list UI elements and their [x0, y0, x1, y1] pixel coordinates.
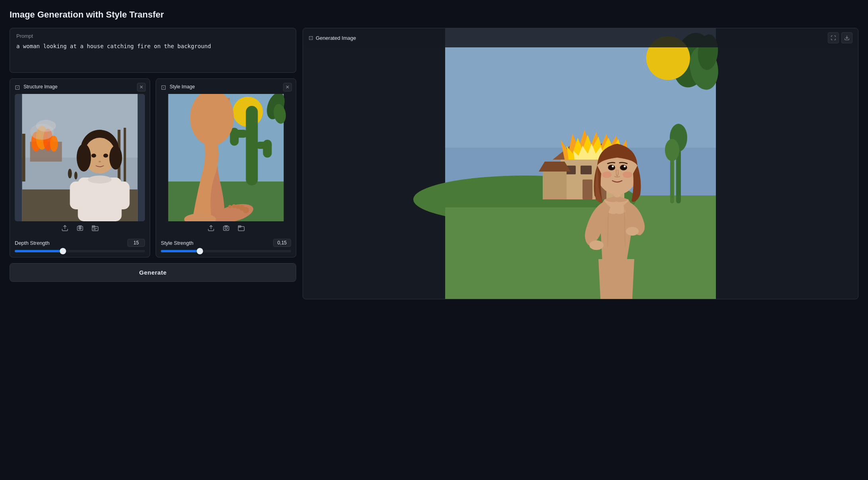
svg-point-51 [225, 227, 227, 229]
svg-point-18 [109, 146, 122, 170]
svg-point-11 [36, 120, 56, 132]
svg-rect-79 [543, 172, 567, 199]
expand-button[interactable] [828, 32, 839, 43]
svg-rect-4 [124, 128, 126, 181]
svg-point-14 [74, 172, 78, 180]
svg-rect-22 [116, 181, 130, 209]
depth-slider-header: Depth Strength 15 [15, 239, 145, 247]
style-strength-control: Style Strength 0,15 [161, 239, 291, 252]
svg-rect-19 [78, 178, 122, 221]
svg-rect-21 [70, 181, 84, 209]
style-panel-header: ⊡ Style Image [161, 84, 291, 90]
style-camera-button[interactable] [221, 223, 231, 233]
svg-point-92 [623, 172, 632, 178]
structure-image-svg [15, 94, 145, 221]
depth-strength-control: Depth Strength 15 [15, 239, 145, 252]
download-icon [844, 35, 850, 41]
structure-folder-button[interactable] [90, 223, 100, 233]
style-slider-header: Style Strength 0,15 [161, 239, 291, 247]
depth-strength-label: Depth Strength [15, 240, 49, 246]
generated-image-panel: ⊡ Generated Image [303, 28, 858, 299]
style-panel-label: Style Image [170, 84, 195, 90]
style-slider-thumb[interactable] [197, 248, 203, 254]
svg-point-66 [665, 139, 679, 161]
structure-image-panel: ⊡ Structure Image ✕ [10, 78, 150, 258]
svg-point-91 [602, 172, 612, 178]
close-icon: ✕ [285, 84, 289, 90]
structure-upload-button[interactable] [60, 223, 70, 233]
style-folder-button[interactable] [236, 223, 246, 233]
depth-slider-thumb[interactable] [60, 248, 66, 254]
generated-image-label: Generated Image [316, 35, 356, 41]
camera-icon [76, 224, 84, 232]
close-icon: ✕ [139, 84, 143, 90]
generated-artwork-svg [303, 28, 858, 299]
svg-point-27 [79, 228, 80, 228]
image-panels-row: ⊡ Structure Image ✕ [10, 78, 296, 258]
style-slider-track [161, 250, 291, 252]
style-strength-label: Style Strength [161, 240, 194, 246]
svg-rect-59 [445, 207, 716, 299]
generate-button-label: Generate [139, 269, 166, 276]
prompt-label: Prompt [16, 33, 289, 39]
svg-point-25 [99, 161, 101, 162]
structure-close-button[interactable]: ✕ [137, 83, 146, 92]
svg-rect-2 [22, 134, 25, 181]
camera-icon [223, 224, 230, 232]
depth-strength-value: 15 [127, 239, 145, 247]
svg-point-90 [624, 166, 626, 168]
structure-image-actions [15, 221, 145, 236]
generated-panel-icon: ⊡ [309, 35, 313, 41]
svg-rect-70 [583, 180, 592, 199]
depth-slider-fill [15, 250, 63, 252]
generated-header-actions [828, 32, 852, 43]
svg-point-20 [88, 176, 112, 183]
structure-panel-label: Structure Image [23, 84, 57, 90]
style-image-panel: ⊡ Style Image ✕ [156, 78, 296, 258]
svg-point-26 [79, 227, 81, 229]
expand-icon [831, 35, 836, 41]
style-panel-icon: ⊡ [161, 84, 167, 90]
generated-header-left: ⊡ Generated Image [309, 35, 356, 41]
style-close-button[interactable]: ✕ [283, 83, 292, 92]
generate-button[interactable]: Generate [10, 263, 296, 282]
page-title: Image Generation with Style Transfer [10, 10, 858, 20]
download-button[interactable] [841, 32, 852, 43]
svg-point-9 [50, 136, 58, 152]
prompt-section: Prompt a woman looking at a house catchi… [10, 28, 296, 73]
svg-point-24 [104, 154, 108, 158]
svg-rect-73 [581, 166, 592, 174]
structure-image-canvas [15, 94, 145, 221]
svg-point-48 [236, 204, 240, 209]
generated-panel-header: ⊡ Generated Image [303, 28, 858, 47]
style-slider-fill [161, 250, 200, 252]
upload-icon [207, 224, 215, 232]
structure-camera-button[interactable] [75, 223, 85, 233]
upload-icon [61, 224, 68, 232]
style-image-actions [161, 221, 291, 236]
main-layout: Prompt a woman looking at a house catchi… [10, 28, 858, 299]
svg-point-13 [68, 169, 72, 178]
depth-slider-track [15, 250, 145, 252]
svg-point-87 [608, 165, 615, 170]
right-panel: ⊡ Generated Image [303, 28, 858, 299]
svg-point-49 [232, 204, 236, 208]
svg-point-23 [92, 154, 96, 158]
style-strength-value: 0,15 [273, 239, 291, 247]
structure-panel-icon: ⊡ [15, 84, 21, 90]
svg-point-50 [229, 205, 232, 208]
svg-point-17 [77, 144, 91, 172]
prompt-input[interactable]: a woman looking at a house catching fire… [16, 42, 289, 66]
svg-point-88 [620, 165, 627, 170]
svg-point-89 [612, 166, 614, 168]
style-image-canvas [161, 94, 291, 221]
svg-point-83 [589, 240, 604, 250]
style-image-svg [161, 94, 291, 221]
structure-panel-header: ⊡ Structure Image [15, 84, 145, 90]
svg-rect-40 [263, 140, 272, 158]
style-upload-button[interactable] [206, 223, 216, 233]
generated-artwork [303, 28, 858, 299]
left-panel: Prompt a woman looking at a house catchi… [10, 28, 296, 282]
folder-icon [238, 224, 245, 232]
svg-point-84 [626, 227, 639, 236]
